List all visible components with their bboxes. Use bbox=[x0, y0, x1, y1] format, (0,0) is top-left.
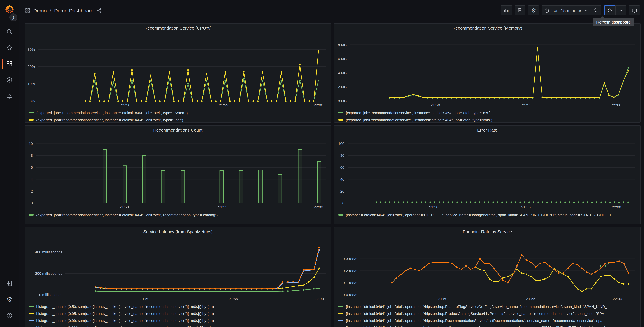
svg-text:21:50: 21:50 bbox=[430, 103, 440, 107]
sidebar-item-alerting[interactable] bbox=[0, 88, 19, 104]
panel-plot[interactable]: 024681021:5021:5522:00 bbox=[27, 135, 329, 210]
panel-legend: {instance="otelcol:9464", job="otel", op… bbox=[334, 210, 640, 220]
compass-icon bbox=[6, 76, 13, 83]
sidebar-item-explore[interactable] bbox=[0, 72, 19, 88]
sidebar-expand-button[interactable]: ❯ bbox=[10, 14, 18, 22]
breadcrumb-separator: / bbox=[50, 8, 51, 13]
legend-item[interactable]: {exported_job="recommendationservice", i… bbox=[29, 116, 331, 122]
legend-swatch bbox=[338, 313, 343, 314]
sidebar-item-sign-in[interactable] bbox=[0, 275, 19, 292]
clock-icon bbox=[544, 8, 549, 13]
panel-title[interactable]: Recommendations Count bbox=[25, 126, 331, 135]
panel-title[interactable]: Recommendation Service (CPU%) bbox=[25, 24, 331, 33]
svg-text:60: 60 bbox=[340, 165, 344, 170]
svg-text:8 MB: 8 MB bbox=[338, 43, 346, 47]
panel-grid: Recommendation Service (CPU%) 0%10%20%30… bbox=[24, 23, 641, 327]
add-panel-icon bbox=[503, 8, 509, 14]
panel-title[interactable]: Error Rate bbox=[334, 126, 640, 135]
legend-swatch bbox=[29, 306, 34, 307]
panel-plot[interactable]: 0 milliseconds200 milliseconds400 millis… bbox=[27, 237, 329, 302]
legend-item[interactable]: {instance="otelcol:9464", job="otel", op… bbox=[338, 211, 640, 218]
refresh-group bbox=[604, 5, 626, 16]
legend-swatch bbox=[338, 119, 343, 120]
sidebar-item-search[interactable] bbox=[0, 24, 19, 40]
sidebar-item-help[interactable] bbox=[0, 308, 19, 324]
sign-in-icon bbox=[6, 280, 13, 287]
chevron-down-icon bbox=[619, 8, 623, 12]
save-dashboard-button[interactable] bbox=[515, 5, 526, 16]
svg-text:0 MB: 0 MB bbox=[338, 99, 346, 103]
sidebar-item-starred[interactable] bbox=[0, 40, 19, 56]
legend-label: histogram_quantile(0.95, sum(rate(latenc… bbox=[36, 312, 214, 316]
breadcrumb-item-dashboard[interactable]: Demo Dashboard bbox=[54, 8, 94, 13]
legend-item[interactable]: histogram_quantile(0.50, sum(rate(latenc… bbox=[29, 303, 331, 310]
legend-item[interactable]: {instance="otelcol:9464", job="otel", op… bbox=[338, 310, 640, 317]
time-range-label: Last 15 minutes bbox=[551, 8, 582, 13]
panel-plot[interactable]: 0.0 req/s0.1 req/s0.2 req/s0.3 req/s21:5… bbox=[336, 237, 638, 302]
svg-text:21:50: 21:50 bbox=[140, 297, 150, 301]
svg-text:0 milliseconds: 0 milliseconds bbox=[39, 293, 62, 297]
legend-item[interactable]: histogram_quantile(0.99, sum(rate(latenc… bbox=[29, 317, 331, 324]
legend-item[interactable]: {exported_job="recommendationservice", i… bbox=[29, 211, 331, 218]
legend-item[interactable]: {instance="otelcol:9464", job="otel", op… bbox=[338, 303, 640, 310]
svg-text:0.0 req/s: 0.0 req/s bbox=[343, 293, 357, 297]
panel: Error Rate 02040608010021:5021:5522:00 {… bbox=[334, 125, 641, 224]
sidebar-item-dashboards[interactable] bbox=[0, 56, 19, 72]
panel-legend: {exported_job="recommendationservice", i… bbox=[25, 108, 331, 122]
svg-text:0: 0 bbox=[342, 201, 344, 205]
svg-text:6 MB: 6 MB bbox=[338, 57, 346, 61]
svg-text:21:50: 21:50 bbox=[438, 297, 447, 301]
svg-text:0: 0 bbox=[31, 201, 33, 205]
chevron-down-icon bbox=[584, 8, 588, 12]
svg-text:100: 100 bbox=[338, 142, 344, 146]
dashboards-grid-icon[interactable] bbox=[25, 8, 30, 13]
active-indicator bbox=[2, 59, 3, 69]
panel-plot[interactable]: 0%10%20%30%21:5021:5522:00 bbox=[27, 33, 329, 108]
legend-label: {exported_job="recommendationservice", i… bbox=[346, 110, 490, 115]
legend-label: {exported_job="recommendationservice", i… bbox=[36, 110, 188, 115]
refresh-button[interactable] bbox=[604, 5, 616, 16]
cycle-view-mode-button[interactable] bbox=[629, 5, 640, 16]
tooltip-label: Refresh dashboard bbox=[596, 20, 630, 24]
add-panel-button[interactable] bbox=[501, 5, 512, 16]
legend-item[interactable]: histogram_quantile(0.999, sum(rate(laten… bbox=[29, 324, 331, 327]
panel: Service Latency (from SpanMetrics) 0 mil… bbox=[24, 227, 331, 327]
svg-text:4 MB: 4 MB bbox=[338, 71, 346, 75]
search-icon bbox=[6, 28, 13, 35]
svg-text:0.1 req/s: 0.1 req/s bbox=[343, 281, 357, 285]
panel-plot[interactable]: 0 MB2 MB4 MB6 MB8 MB21:5021:5522:00 bbox=[336, 33, 638, 108]
legend-item[interactable]: {exported_job="recommendationservice", i… bbox=[338, 116, 640, 122]
dashboard-settings-button[interactable]: ⚙ bbox=[528, 5, 539, 16]
panel: Recommendation Service (Memory) 0 MB2 MB… bbox=[334, 23, 641, 122]
dashboard-content: Recommendation Service (CPU%) 0%10%20%30… bbox=[19, 21, 644, 327]
svg-text:21:55: 21:55 bbox=[219, 103, 228, 107]
svg-text:21:55: 21:55 bbox=[522, 103, 531, 107]
svg-text:0.3 req/s: 0.3 req/s bbox=[343, 257, 357, 261]
legend-item[interactable]: {exported_job="recommendationservice", i… bbox=[29, 109, 331, 116]
bell-icon bbox=[6, 93, 13, 100]
legend-item[interactable]: {instance="otelcol:9464", job="otel", op… bbox=[338, 324, 640, 327]
svg-text:21:50: 21:50 bbox=[429, 205, 438, 209]
breadcrumb-item-demo[interactable]: Demo bbox=[33, 8, 47, 13]
legend-label: {exported_job="recommendationservice", i… bbox=[36, 118, 183, 122]
svg-text:21:50: 21:50 bbox=[120, 205, 129, 209]
svg-text:10: 10 bbox=[29, 142, 33, 146]
panel-title[interactable]: Service Latency (from SpanMetrics) bbox=[25, 227, 331, 237]
refresh-icon bbox=[607, 8, 612, 13]
legend-item[interactable]: histogram_quantile(0.95, sum(rate(latenc… bbox=[29, 310, 331, 317]
star-icon bbox=[6, 44, 13, 51]
legend-item[interactable]: {instance="otelcol:9464", job="otel", op… bbox=[338, 317, 640, 324]
tooltip-arrow bbox=[600, 16, 604, 18]
legend-label: {instance="otelcol:9464", job="otel", op… bbox=[346, 312, 604, 316]
sidebar-item-settings[interactable]: ⚙ bbox=[0, 292, 19, 308]
panel: Endpoint Rate by Service 0.0 req/s0.1 re… bbox=[334, 227, 641, 327]
dashboards-grid-icon bbox=[6, 60, 13, 67]
refresh-interval-dropdown[interactable] bbox=[616, 5, 626, 16]
gear-icon: ⚙ bbox=[531, 8, 536, 13]
panel-plot[interactable]: 02040608010021:5021:5522:00 bbox=[336, 135, 638, 210]
time-range-picker[interactable]: Last 15 minutes bbox=[542, 5, 590, 16]
zoom-out-button[interactable] bbox=[590, 5, 601, 16]
panel-title[interactable]: Endpoint Rate by Service bbox=[334, 227, 640, 237]
share-icon[interactable] bbox=[97, 8, 102, 13]
legend-item[interactable]: {exported_job="recommendationservice", i… bbox=[338, 109, 640, 116]
